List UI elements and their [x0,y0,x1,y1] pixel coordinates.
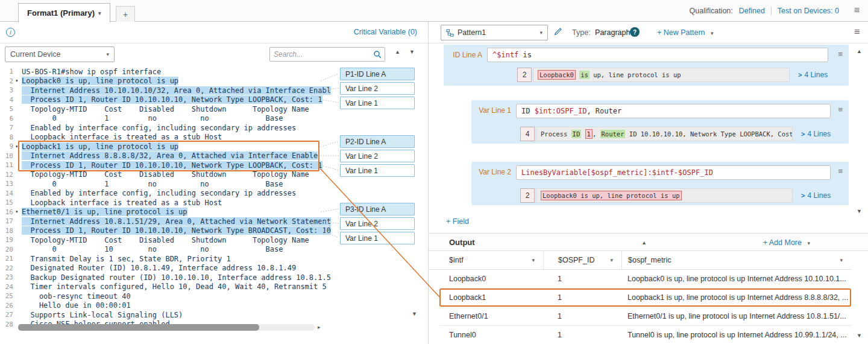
pattern-variable: ^$intf [492,51,518,59]
collapse-icon[interactable]: ▴ [643,239,646,246]
line-tag-var-line-1[interactable]: Var Line 1 [340,164,415,177]
line-tag-p2-id-line-a[interactable]: P2-ID Line A [340,135,415,148]
lines-label: 4 Lines [804,71,828,79]
chevron-down-icon[interactable]: ▾ [610,257,613,263]
line-number: 22 [0,264,16,272]
line-number: 1 [0,68,16,75]
pattern-block-var-line-1: Var Line 1 ID $int:OSPF_ID, Router ≡ 4 P… [471,100,849,144]
find-next-icon[interactable]: ▼ [409,49,415,55]
scroll-down-icon[interactable]: ▼ [857,333,862,339]
chevron-down-icon: ▾ [807,240,810,246]
line-tag-var-line-2[interactable]: Var Line 2 [340,217,415,230]
line-tag-p1-id-line-a[interactable]: P1-ID Line A [340,68,415,80]
output-row-tunnel0[interactable]: Tunnel01Tunnel0 is up, line protocol is … [439,326,851,344]
line-tag-p3-id-line-a[interactable]: P3-ID Line A [340,203,415,215]
find-previous-icon[interactable]: ▲ [395,49,400,55]
column-header-ospf-metric[interactable]: $ospf_metric▾ [621,251,851,269]
help-icon[interactable]: ? [630,27,640,37]
test-on-devices-link[interactable]: Test on Devices: 0 [778,7,839,15]
add-field-link[interactable]: + Field [446,217,469,226]
device-selector[interactable]: Current Device ▾ [5,46,115,62]
code-text: Process ID 1, Router ID 10.10.10.10, Net… [22,161,322,170]
device-selector-value: Current Device [10,50,60,59]
line-number: 16 [0,208,16,216]
line-tag-var-line-1[interactable]: Var Line 1 [340,232,415,244]
fold-marker-icon[interactable]: ▾ [16,144,22,149]
pattern-selector[interactable]: Pattern1 ▾ [441,25,548,40]
chevron-down-icon[interactable]: ▾ [532,257,535,263]
code-line[interactable]: 25 oob-resync timeout 40 [0,291,428,301]
line-number: 6 [0,115,16,123]
fold-marker-icon[interactable]: ▾ [16,78,22,83]
lines-link[interactable]: >4 Lines [801,130,831,138]
scroll-down-icon[interactable]: ▼ [412,311,417,317]
info-icon[interactable]: i [6,28,15,37]
column-header-intf[interactable]: $intf▾ [429,251,543,269]
chevron-down-icon[interactable]: ▾ [840,257,843,263]
code-text: US-BOS-R1#show ip ospf interface [22,68,161,76]
line-number: 2 [0,77,16,85]
output-cell: 1 [543,312,621,320]
block-label: ID Line A [444,51,482,59]
output-title: Output [449,238,475,247]
code-line[interactable]: 21 Transmit Delay is 1 sec, State BDR, P… [0,254,428,264]
menu-icon[interactable]: ≡ [838,49,843,59]
add-more-link[interactable]: + Add More ▾ [763,238,810,247]
app-window: Format1 (Primary) ▾ + Qualification: Def… [0,0,868,344]
chevron-down-icon: ▾ [106,51,109,57]
output-cell: Loopback0 is up, line protocol is up Int… [621,275,851,283]
code-line[interactable]: 24 Timer intervals configured, Hello 10,… [0,282,428,292]
menu-icon[interactable]: ≡ [838,167,843,176]
tab-label: Format1 (Primary) [27,8,95,18]
line-number: 9 [0,142,16,150]
lines-link[interactable]: >4 Lines [798,71,828,79]
tab-format1[interactable]: Format1 (Primary) ▾ [18,3,110,22]
chevron-down-icon[interactable]: ▾ [98,10,101,16]
code-text: Loopback1 is up, line protocol is up [22,142,178,151]
code-line[interactable]: 22 Designated Router (ID) 10.8.1.49, Int… [0,264,428,273]
code-text: Supports Link-local Signaling (LLS) [22,311,183,319]
sample-row: 2 Loopback0 is up, line protocol is up >… [520,188,831,203]
line-number: 20 [0,246,16,253]
line-number: 18 [0,227,16,235]
chevron-down-icon: ▾ [539,30,542,36]
code-line[interactable]: 23 Backup Designated router (ID) 10.10.1… [0,273,428,282]
menu-icon[interactable]: ≡ [854,27,860,37]
line-number: 14 [0,190,16,197]
scrollbar-thumb[interactable] [18,324,259,331]
pattern-input[interactable]: ID $int:OSPF_ID, Router [516,104,831,118]
output-cell: Ethernet0/1 [439,312,543,320]
code-line[interactable]: 27 Supports Link-local Signaling (LLS) [0,310,428,320]
scroll-right-icon[interactable]: ▸ [318,324,321,330]
lines-link[interactable]: >4 Lines [801,191,831,200]
sample-segment: , [593,130,600,138]
line-tag-var-line-1[interactable]: Var Line 1 [340,97,415,109]
line-tag-var-line-2[interactable]: Var Line 2 [340,150,415,162]
search-input[interactable] [270,50,373,59]
scroll-up-icon[interactable]: ▲ [857,48,862,54]
column-header-ospf-id[interactable]: $OSPF_ID▾ [543,251,621,269]
new-pattern-link[interactable]: + New Pattern ▾ [657,28,714,37]
horizontal-scrollbar[interactable] [18,324,315,331]
edit-pattern-icon[interactable] [554,27,562,37]
code-line[interactable]: 26 Hello due in 00:00:01 [0,301,428,311]
pattern-input[interactable]: ^$intf is [487,48,828,62]
output-row-loopback1[interactable]: Loopback11Loopback1 is up, line protocol… [439,288,851,307]
add-tab-button[interactable]: + [116,6,135,22]
output-row-loopback0[interactable]: Loopback01Loopback0 is up, line protocol… [439,270,851,288]
fold-marker-icon[interactable]: ▾ [16,209,22,214]
menu-icon[interactable]: ≡ [838,105,843,114]
output-cell: 1 [543,275,621,283]
qualification-value-link[interactable]: Defined [739,7,765,15]
line-number: 7 [0,124,16,132]
pattern-variable: LinesByVariable[$ospf_metric]:$intf-$OSP… [521,168,713,177]
menu-icon[interactable]: ≡ [854,5,860,15]
output-row-ethernet0-1[interactable]: Ethernet0/11Ethernet0/1 is up, line prot… [439,307,851,326]
pattern-input[interactable]: LinesByVariable[$ospf_metric]:$intf-$OSP… [516,165,831,180]
scroll-down-icon[interactable]: ▼ [857,208,862,214]
critical-variable-link[interactable]: Critical Variable (0) [354,28,417,36]
search-icon[interactable] [373,50,382,59]
line-tag-var-line-2[interactable]: Var Line 2 [340,82,415,95]
pattern-literal: is [518,51,532,59]
divider [771,7,772,15]
